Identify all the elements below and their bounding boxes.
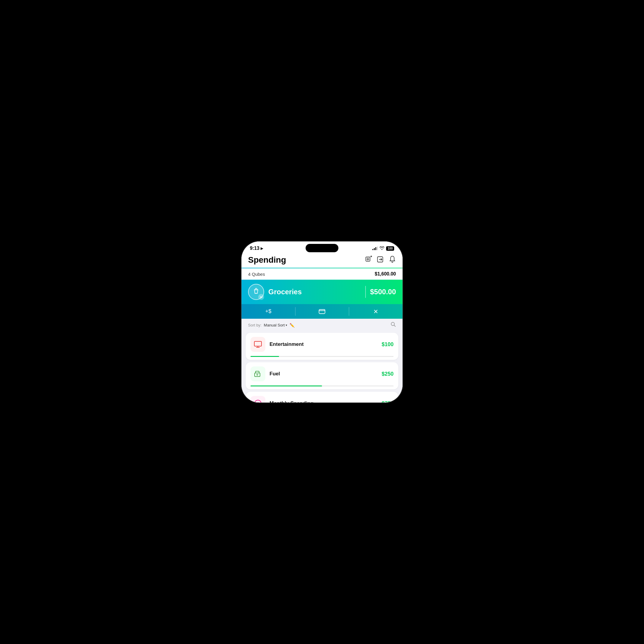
qubes-total: $1,600.00 [375,271,396,277]
qube-card-fuel[interactable]: Fuel $250 [246,362,398,389]
fuel-label: Fuel [270,371,377,377]
qube-card-inner: Entertainment $100 [246,333,398,356]
qubes-summary-bar: 4 Qubes $1,600.00 [241,268,403,280]
sort-controls: Sort by: Manual Sort ▾ ✏️ [248,323,295,328]
signal-bar-2 [374,248,375,250]
monthly-spending-icon: $ [250,396,265,403]
page-title: Spending [248,255,286,265]
svg-rect-6 [319,309,325,314]
fuel-progress-bar [250,386,394,386]
entertainment-progress-fill [250,356,279,357]
wifi-icon [380,246,384,251]
entertainment-label: Entertainment [270,341,377,347]
active-qube-banner[interactable]: 30 Groceries $500.00 [241,280,403,304]
qube-card-inner-monthly: $ Monthly Spending $750 [246,392,398,403]
sort-dropdown[interactable]: Manual Sort ▾ [264,323,287,327]
dynamic-island [306,244,338,252]
status-icons: 100 [372,246,394,251]
banner-divider [365,286,366,298]
fuel-progress-fill [250,386,322,386]
notifications-icon[interactable] [389,256,396,264]
entertainment-icon [250,337,265,352]
phone-frame: 9:13 ▶ 100 [241,241,403,403]
add-funds-button[interactable]: +$ [241,304,295,319]
fuel-amount: $250 [382,371,394,377]
svg-rect-10 [254,341,261,346]
monthly-spending-label: Monthly Spending [270,400,377,403]
groceries-icon-wrap: 30 [248,284,264,300]
sort-bar: Sort by: Manual Sort ▾ ✏️ [241,319,403,332]
qube-card-inner-fuel: Fuel $250 [246,362,398,386]
phone-screen: 9:13 ▶ 100 [241,241,403,403]
app-header: Spending [241,253,403,268]
add-qube-icon[interactable] [365,256,373,264]
entertainment-amount: $100 [382,341,394,348]
search-icon[interactable] [391,322,396,329]
cycle-badge: 30 [258,294,264,300]
header-actions [365,256,396,264]
signal-bar-4 [377,247,378,250]
svg-line-9 [394,325,396,327]
svg-point-14 [257,374,258,375]
active-qube-amount: $500.00 [370,288,396,296]
signal-bars [372,247,378,250]
fuel-icon [250,366,265,381]
qubes-count: 4 Qubes [248,272,265,277]
transfer-icon[interactable] [377,256,385,264]
signal-bar-3 [375,247,376,250]
link-card-button[interactable] [295,304,349,319]
qube-card-entertainment[interactable]: Entertainment $100 [246,333,398,360]
sort-label: Sort by: [248,323,261,327]
signal-bar-1 [372,249,373,250]
qube-card-monthly[interactable]: $ Monthly Spending $750 [246,392,398,403]
edit-icon[interactable]: ✏️ [290,323,295,328]
svg-rect-13 [255,373,260,377]
active-qube-name: Groceries [268,288,361,296]
action-bar: +$ ✕ [241,304,403,319]
entertainment-progress-bar [250,356,394,357]
qubes-list: Entertainment $100 [241,332,403,403]
status-time: 9:13 ▶ [250,246,263,251]
close-icon: ✕ [373,309,378,315]
svg-text:$: $ [257,401,259,403]
chevron-down-icon: ▾ [286,323,287,327]
close-qube-button[interactable]: ✕ [349,304,403,319]
location-icon: ▶ [261,247,263,250]
battery-indicator: 100 [386,246,394,251]
monthly-spending-amount: $750 [382,400,394,403]
